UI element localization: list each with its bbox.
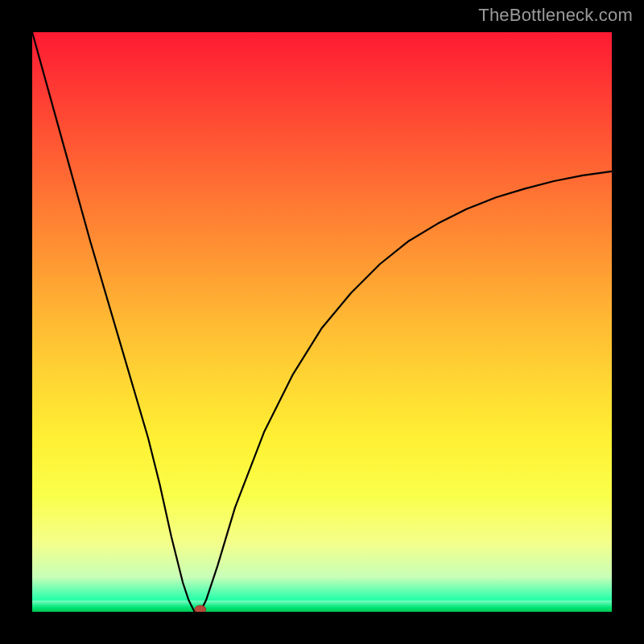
bottleneck-curve (32, 32, 612, 612)
chart-svg (32, 32, 612, 612)
minimum-marker-icon (195, 605, 206, 612)
chart-frame: TheBottleneck.com (0, 0, 644, 644)
plot-area (32, 32, 612, 612)
watermark-text: TheBottleneck.com (478, 5, 633, 26)
